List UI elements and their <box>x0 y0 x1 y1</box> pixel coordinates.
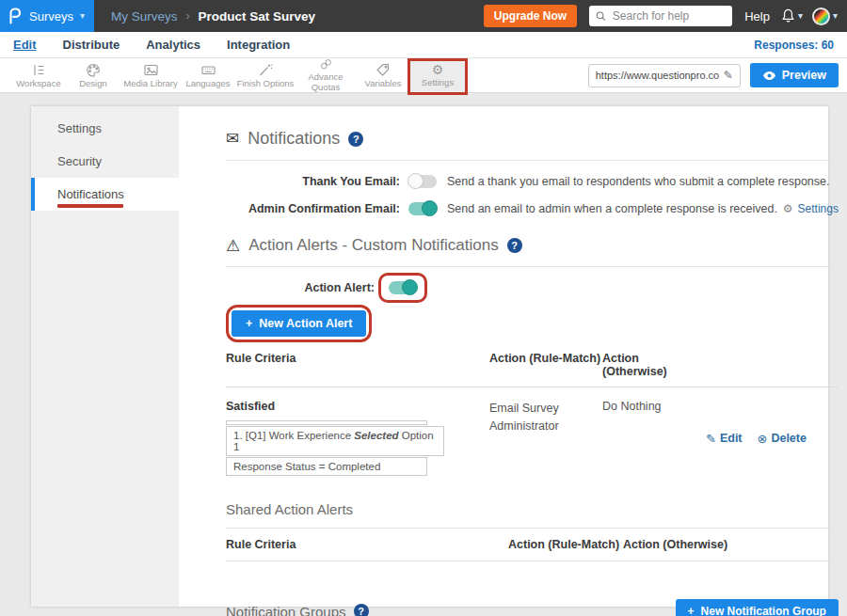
help-icon[interactable]: ? <box>354 604 369 616</box>
new-action-alert-button[interactable]: + New Action Alert <box>232 310 366 337</box>
col-rule-criteria: Rule Criteria <box>226 538 508 551</box>
action-alert-toggle[interactable] <box>389 281 417 294</box>
new-action-alert-label: New Action Alert <box>259 317 352 330</box>
settings-panel: Settings Security Notifications ✉ Notifi… <box>31 106 828 607</box>
help-icon[interactable]: ? <box>507 238 522 253</box>
toolbar-workspace[interactable]: Workspace <box>11 58 66 92</box>
preview-button[interactable]: Preview <box>750 63 839 87</box>
sidebar-item-security[interactable]: Security <box>31 145 179 178</box>
survey-nav-tabs: Edit Distribute Analytics Integration Re… <box>0 32 847 58</box>
toggle-knob <box>422 200 438 216</box>
breadcrumb-separator-icon: › <box>186 9 190 23</box>
plus-icon: + <box>246 317 252 330</box>
delete-alert-link[interactable]: ⊗ Delete <box>758 400 807 477</box>
search-icon <box>596 10 606 22</box>
product-switcher[interactable]: Surveys ▾ <box>0 0 94 32</box>
col-action-rule-match: Action (Rule-Match) <box>508 538 623 551</box>
admin-email-settings-link[interactable]: ⚙ Settings <box>783 202 839 215</box>
toolbar-media-library[interactable]: Media Library <box>120 58 181 92</box>
languages-keyboard-icon <box>200 63 216 77</box>
chevron-down-icon: ▾ <box>80 11 85 21</box>
rule-text: 1. [Q1] Work Experience <box>233 430 354 441</box>
upgrade-now-button[interactable]: Upgrade Now <box>484 5 577 27</box>
tab-edit[interactable]: Edit <box>13 38 37 52</box>
rule-box-q1: 1. [Q1] Work Experience Selected Option … <box>226 426 444 456</box>
top-bar: Surveys ▾ My Surveys › Product Sat Surve… <box>0 0 847 32</box>
chevron-down-icon: ▾ <box>798 11 803 21</box>
advance-quotas-links-icon <box>318 58 334 71</box>
toolbar-label: Design <box>79 78 107 88</box>
rule-text: Response Status = Completed <box>233 461 380 472</box>
survey-url-field[interactable]: https://www.questionpro.com/t/ ✎ <box>588 64 741 87</box>
sidebar-item-label: Settings <box>57 121 102 135</box>
toolbar-advance-quotas[interactable]: Advance Quotas <box>296 58 356 92</box>
envelope-icon: ✉ <box>226 131 239 147</box>
tab-integration[interactable]: Integration <box>227 38 290 52</box>
divider <box>226 266 839 267</box>
new-notification-group-button[interactable]: + New Notification Group <box>676 599 839 616</box>
sidebar-item-notifications[interactable]: Notifications <box>31 178 179 211</box>
thank-you-email-toggle[interactable] <box>408 175 437 188</box>
sidebar-item-label: Security <box>57 154 102 168</box>
toolbar-label: Workspace <box>16 78 60 88</box>
preview-button-label: Preview <box>782 69 826 82</box>
action-alert-table-row: Satisfied 1. [Q1] Work Experience Select… <box>226 387 839 477</box>
red-annotation-action-alert-toggle <box>378 273 427 303</box>
toolbar-label: Settings <box>422 77 454 87</box>
edit-toolbar: Workspace Design Media Library Languages… <box>0 58 847 93</box>
finish-options-wand-icon <box>258 63 273 77</box>
sidebar-item-settings[interactable]: Settings <box>31 112 179 145</box>
settings-sidebar: Settings Security Notifications <box>31 106 179 607</box>
toolbar-label: Media Library <box>123 78 178 88</box>
red-annotation-notifications-underline <box>57 204 123 208</box>
help-menu[interactable]: Help <box>744 9 770 24</box>
breadcrumb-survey-name: Product Sat Survey <box>199 9 316 24</box>
sidebar-item-label: Notifications <box>57 187 124 201</box>
product-switcher-label: Surveys <box>29 9 73 24</box>
row-actions: ✎ Edit ⊗ Delete <box>706 400 839 477</box>
toolbar-variables[interactable]: Variables <box>356 58 410 92</box>
avatar <box>812 8 830 25</box>
account-menu[interactable]: ▾ <box>812 8 838 25</box>
shared-action-alerts-title: Shared Action Alerts <box>226 501 839 517</box>
tab-analytics[interactable]: Analytics <box>146 38 200 52</box>
rule-criteria-cell: Satisfied 1. [Q1] Work Experience Select… <box>226 400 489 477</box>
edit-alert-link[interactable]: ✎ Edit <box>706 400 743 477</box>
help-icon[interactable]: ? <box>348 132 363 147</box>
chevron-down-icon: ▾ <box>833 11 838 21</box>
col-action-otherwise: Action (Otherwise) <box>623 538 839 551</box>
help-search-input[interactable] <box>611 8 726 24</box>
notifications-section-title: ✉ Notifications ? <box>226 129 839 149</box>
tab-distribute[interactable]: Distribute <box>63 38 120 52</box>
help-search[interactable] <box>589 6 732 26</box>
rule-status: Satisfied <box>226 400 489 413</box>
col-action-rule-match: Action (Rule-Match) <box>489 352 602 378</box>
breadcrumb-my-surveys[interactable]: My Surveys <box>111 9 178 24</box>
media-library-icon <box>143 63 159 77</box>
col-action-otherwise: Action (Otherwise) <box>602 352 706 378</box>
workspace-icon <box>31 63 47 77</box>
thank-you-email-description: Send a thank you email to respondents wh… <box>447 175 830 188</box>
notification-groups-header: Notification Groups ? + New Notification… <box>226 599 839 616</box>
notifications-bell-menu[interactable]: ▾ <box>781 8 803 24</box>
toolbar-design[interactable]: Design <box>66 58 120 92</box>
settings-gear-icon: ⚙ <box>432 63 444 76</box>
survey-url-value: https://www.questionpro.com/t/ <box>596 70 719 81</box>
admin-confirmation-email-label: Admin Confirmation Email: <box>226 202 400 215</box>
delete-circle-icon: ⊗ <box>758 432 768 446</box>
action-alert-toggle-row: Action Alert: <box>226 273 839 303</box>
responses-count[interactable]: Responses: 60 <box>754 39 834 52</box>
edit-url-pencil-icon[interactable]: ✎ <box>724 69 733 82</box>
col-rule-criteria: Rule Criteria <box>226 352 489 378</box>
action-alerts-section-title: ⚠ Action Alerts - Custom Notifications ? <box>226 236 839 255</box>
toolbar-settings[interactable]: ⚙ Settings <box>410 58 465 92</box>
toolbar-languages[interactable]: Languages <box>181 58 235 92</box>
admin-confirmation-email-row: Admin Confirmation Email: Send an email … <box>226 202 839 215</box>
toggle-knob <box>408 173 424 189</box>
action-alert-label: Action Alert: <box>226 281 375 294</box>
breadcrumb: My Surveys › Product Sat Survey <box>111 9 315 24</box>
admin-confirmation-email-toggle[interactable] <box>408 202 437 215</box>
toolbar-label: Advance Quotas <box>296 71 356 92</box>
notification-groups-title: Notification Groups ? <box>226 604 369 616</box>
toolbar-finish-options[interactable]: Finish Options <box>235 58 296 92</box>
